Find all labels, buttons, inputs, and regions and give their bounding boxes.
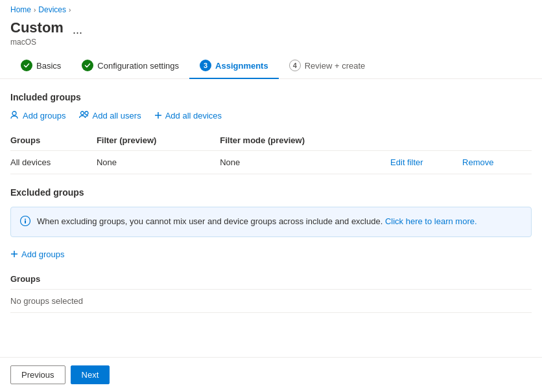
tab-basics-label: Basics [36, 61, 61, 71]
info-icon [20, 216, 30, 229]
tab-review-step-icon: 4 [289, 60, 301, 71]
row-filter-mode: None [220, 151, 390, 174]
add-all-users-icon [79, 110, 89, 121]
add-all-devices-icon [154, 110, 162, 121]
breadcrumb-sep-1: › [34, 6, 36, 14]
add-all-users-button[interactable]: Add all users [79, 110, 141, 121]
remove-link[interactable]: Remove [462, 157, 493, 167]
excluded-groups-title: Excluded groups [10, 187, 532, 198]
main-content: Included groups Add groups Add all users… [0, 79, 542, 326]
info-box-link[interactable]: Click here to learn more. [385, 216, 477, 226]
add-all-devices-label: Add all devices [165, 111, 222, 121]
next-button[interactable]: Next [71, 365, 110, 384]
page-header: Custom macOS ... [0, 17, 542, 54]
excluded-groups-section: Excluded groups When excluding groups, y… [10, 187, 532, 313]
add-all-users-label: Add all users [93, 111, 141, 121]
tab-assignments-step-icon: 3 [200, 60, 211, 71]
table-row: All devices None None Edit filter Remove [10, 151, 532, 174]
page-title-block: Custom macOS [10, 19, 64, 47]
tab-bar: Basics Configuration settings 3 Assignme… [0, 54, 542, 79]
excluded-groups-empty-row: No groups selected [10, 290, 532, 313]
add-groups-button[interactable]: Add groups [10, 110, 66, 121]
svg-point-0 [12, 111, 16, 115]
svg-point-1 [80, 111, 84, 115]
more-options-button[interactable]: ... [69, 22, 86, 38]
breadcrumb-devices[interactable]: Devices [38, 5, 66, 14]
footer: Previous Next [0, 357, 542, 392]
svg-rect-7 [25, 219, 26, 220]
page-title: Custom [10, 19, 64, 36]
tab-configuration[interactable]: Configuration settings [71, 54, 189, 79]
row-group: All devices [10, 151, 97, 174]
tab-review[interactable]: 4 Review + create [279, 54, 376, 79]
add-excluded-groups-label: Add groups [21, 249, 65, 259]
col-groups: Groups [10, 130, 97, 151]
col-filter-mode: Filter mode (preview) [220, 130, 390, 151]
previous-button[interactable]: Previous [10, 365, 65, 384]
svg-rect-6 [25, 220, 26, 224]
edit-filter-link[interactable]: Edit filter [390, 157, 423, 167]
page-subtitle: macOS [10, 38, 64, 47]
col-actions-1 [390, 130, 462, 151]
col-filter: Filter (preview) [97, 130, 220, 151]
tab-configuration-label: Configuration settings [97, 61, 179, 71]
breadcrumb-sep-2: › [69, 6, 71, 14]
info-box: When excluding groups, you cannot mix us… [10, 207, 532, 237]
included-groups-section: Included groups Add groups Add all users… [10, 92, 532, 174]
breadcrumb: Home › Devices › [0, 0, 542, 17]
info-box-text: When excluding groups, you cannot mix us… [37, 215, 477, 228]
tab-configuration-step-icon [82, 60, 93, 71]
row-filter: None [97, 151, 220, 174]
excluded-groups-action-bar: Add groups [10, 249, 532, 260]
add-all-devices-button[interactable]: Add all devices [154, 110, 222, 121]
excluded-groups-table: Groups No groups selected [10, 269, 532, 313]
col-actions-2 [462, 130, 532, 151]
add-groups-icon [10, 110, 19, 121]
svg-point-2 [85, 111, 88, 115]
included-groups-action-bar: Add groups Add all users Add all devices [10, 110, 532, 121]
tab-assignments-label: Assignments [215, 61, 268, 71]
add-groups-label: Add groups [23, 111, 66, 121]
col-excluded-groups: Groups [10, 269, 532, 290]
included-groups-title: Included groups [10, 92, 532, 102]
breadcrumb-home[interactable]: Home [10, 5, 31, 14]
tab-review-label: Review + create [305, 61, 366, 71]
tab-basics[interactable]: Basics [10, 54, 71, 79]
info-box-main-text: When excluding groups, you cannot mix us… [37, 216, 383, 226]
add-excluded-groups-icon [10, 249, 18, 260]
add-excluded-groups-button[interactable]: Add groups [10, 249, 65, 260]
tab-assignments[interactable]: 3 Assignments [189, 54, 279, 79]
tab-basics-step-icon [21, 60, 32, 71]
excluded-groups-empty-label: No groups selected [10, 290, 532, 313]
included-groups-table: Groups Filter (preview) Filter mode (pre… [10, 130, 532, 174]
